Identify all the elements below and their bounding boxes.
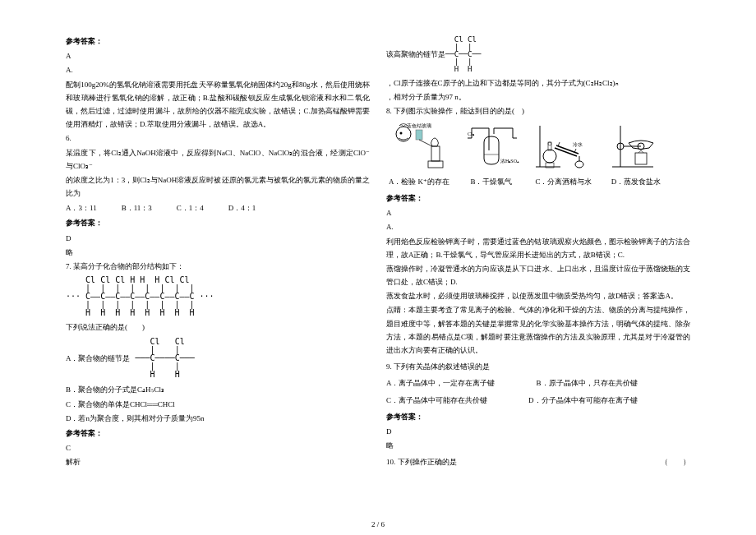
- answer-heading-8: 参考答案：: [386, 191, 690, 205]
- q7-ask: 下列说法正确的是( ): [66, 321, 370, 334]
- exp-a-label: A．检验 K⁺的存在: [386, 175, 452, 188]
- svg-rect-2: [416, 130, 422, 140]
- r-line2: ，相对分子质量为97 n。: [386, 90, 690, 104]
- answer-7-note: 解析: [66, 455, 370, 468]
- svg-point-1: [400, 131, 403, 134]
- right-top-line: 该高聚物的链节是 Cl Cl | | ──C──C── | | H H ，Cl原…: [386, 33, 690, 90]
- q9-b: B．原子晶体中，只存在共价键: [537, 376, 638, 390]
- svg-text:Cl₂: Cl₂: [468, 131, 475, 136]
- q6-opt-d: D．4：1: [228, 201, 256, 214]
- left-column: 参考答案： A A. 配制100g20%的氢氧化钠溶液需要用托盘天平称量氢氧化钠…: [66, 33, 386, 519]
- distillation-icon: 冷水: [532, 122, 596, 171]
- expl8-1: 利用焰色反应检验钾离子时，需要通过蓝色的钴玻璃观察火焰颜色，图示检验钾离子的方法…: [386, 235, 690, 261]
- exp-c-label: C．分离酒精与水: [531, 175, 597, 188]
- q7-opt-a-row: A．聚合物的链节是 Cl Cl | | ───C────C─── | | H H: [66, 334, 370, 382]
- svg-rect-25: [635, 153, 647, 164]
- q7-small-structure: Cl Cl | | ───C────C─── | | H H: [131, 338, 196, 379]
- expl8-4: 点睛：本题主要考查了常见离子的检验、气体的净化和干燥的方法、物质的分离与提纯操作…: [386, 303, 690, 357]
- q10-stem: 10. 下列操作正确的是: [386, 455, 457, 468]
- answer-heading-9: 参考答案：: [386, 410, 690, 423]
- answer-6-note: 略: [66, 246, 370, 259]
- evaporation-icon: [604, 122, 668, 171]
- exp-b-label: B．干燥氯气: [459, 175, 524, 188]
- q6-opt-a: A．3：11: [66, 201, 97, 214]
- answer-9: D: [386, 425, 690, 438]
- q7-opt-b: B．聚合物的分子式是C₄H₅Cl₃: [66, 383, 370, 396]
- q6-text1: 某温度下，将Cl₂通入NaOH溶液中，反应得到NaCl、NaClO、NaClO₃…: [66, 146, 370, 173]
- q5-explanation: 配制100g20%的氢氧化钠溶液需要用托盘天平称量氢氧化钠固体约20g和80g水…: [66, 78, 370, 131]
- q9-c: C．离子晶体中可能存在共价键: [386, 394, 487, 407]
- right-structure: Cl Cl | | ──C──C── | | H H: [445, 36, 486, 73]
- svg-line-3: [419, 140, 432, 146]
- q9-row1: A．离子晶体中，一定存在离子键 B．原子晶体中，只存在共价键: [386, 376, 690, 390]
- q9-stem: 9. 下列有关晶体的叙述错误的是: [386, 360, 690, 373]
- right-column: 该高聚物的链节是 Cl Cl | | ──C──C── | | H H ，Cl原…: [386, 33, 707, 519]
- r-line1b: ，Cl原子连接在C原子的上边和下边都是等同的，其分子式为(C₂H₂Cl₂)ₙ: [386, 76, 619, 90]
- expl8-2: 蒸馏操作时，冷凝管通水的方向应该是从下口进水、上口出水，且温度计应位于蒸馏烧瓶的…: [386, 262, 690, 288]
- q6-options: A．3：11 B．11：3 C．1：4 D．4：1: [66, 201, 370, 214]
- answer-8: A: [386, 206, 690, 219]
- svg-point-0: [396, 127, 411, 141]
- answer-5b: A.: [66, 63, 370, 76]
- answer-9-note: 略: [386, 439, 690, 452]
- q7-opt-d: D．若n为聚合度，则其相对分子质量为95n: [66, 412, 370, 425]
- svg-rect-5: [428, 161, 443, 168]
- svg-rect-4: [431, 146, 440, 161]
- q6-opt-b: B．11：3: [122, 201, 152, 214]
- exp-d: D．蒸发食盐水: [603, 122, 669, 188]
- answer-heading-7: 参考答案：: [66, 427, 370, 440]
- q6-number: 6.: [66, 131, 370, 145]
- q10-row: 10. 下列操作正确的是 （ ）: [386, 455, 690, 468]
- exp-c: 冷水 C．分离酒精与水: [531, 122, 597, 188]
- q7-stem: 7. 某高分子化合物的部分结构如下：: [66, 260, 370, 273]
- svg-text:冷水: 冷水: [573, 142, 583, 147]
- experiment-figures: 蓝色钴玻璃 A．检验 K⁺的存在 Cl₂ 浓H₂SO₄ B．干燥氯气: [386, 122, 690, 188]
- q10-paren: （ ）: [661, 455, 690, 468]
- q6-text2: 的浓度之比为1：3，则Cl₂与NaOH溶液反应时被还原的氯元素与被氧化的氯元素的…: [66, 173, 370, 200]
- exp-a: 蓝色钴玻璃 A．检验 K⁺的存在: [386, 122, 452, 188]
- q6-opt-c: C．1：4: [177, 201, 204, 214]
- answer-heading-6: 参考答案：: [66, 216, 370, 229]
- q7-opt-c: C．聚合物的单体是CHCl══CHCl: [66, 398, 370, 411]
- page-number: 2 / 6: [371, 520, 385, 528]
- q8-stem: 8. 下列图示实验操作，能达到目的的是( ): [386, 104, 690, 118]
- answer-heading: 参考答案：: [66, 35, 370, 48]
- q9-row2: C．离子晶体中可能存在共价键 D．分子晶体中有可能存在离子键: [386, 394, 690, 407]
- svg-point-14: [548, 142, 551, 145]
- svg-point-18: [575, 161, 583, 168]
- flame-test-icon: 蓝色钴玻璃: [387, 122, 451, 171]
- dry-gas-icon: Cl₂ 浓H₂SO₄: [459, 122, 523, 171]
- q7-opt-a: A．聚合物的链节是: [66, 352, 131, 365]
- q7-structure: Cl Cl Cl H H H Cl Cl | | | | | | | | ···…: [66, 276, 370, 317]
- r-line1a: 该高聚物的链节是: [386, 48, 445, 61]
- svg-point-12: [543, 150, 556, 163]
- exp-b: Cl₂ 浓H₂SO₄ B．干燥氯气: [459, 122, 524, 188]
- svg-text:浓H₂SO₄: 浓H₂SO₄: [500, 159, 519, 164]
- answer-7: C: [66, 441, 370, 454]
- svg-text:蓝色钴玻璃: 蓝色钴玻璃: [407, 122, 431, 128]
- answer-8b: A.: [386, 220, 690, 233]
- expl8-3: 蒸发食盐水时，必须使用玻璃棒搅拌，以使蒸发皿中物质受热均匀，故D错误；答案选A。: [386, 289, 690, 302]
- answer-5: A: [66, 49, 370, 62]
- q9-a: A．离子晶体中，一定存在离子键: [386, 376, 496, 390]
- answer-6: D: [66, 232, 370, 245]
- q9-d: D．分子晶体中有可能存在离子键: [528, 394, 638, 407]
- exp-d-label: D．蒸发食盐水: [603, 175, 669, 188]
